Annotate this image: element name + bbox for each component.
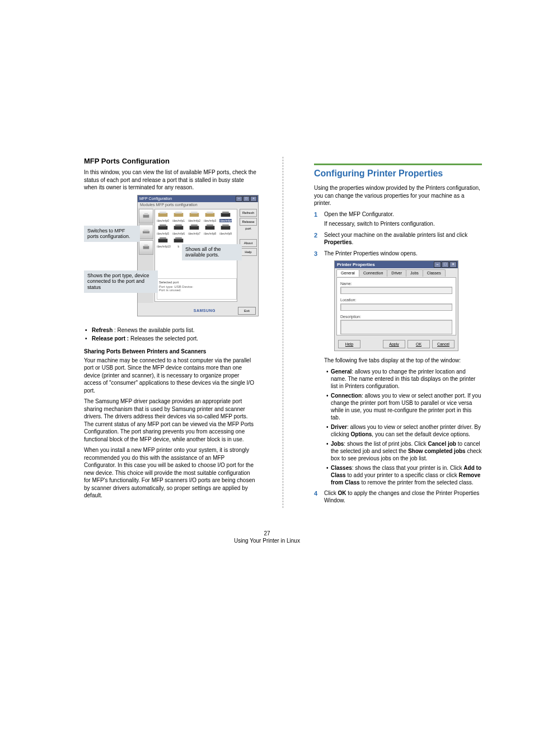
svg-rect-4: [143, 246, 149, 249]
bullet-refresh: Refresh : Renews the available ports lis…: [92, 326, 257, 334]
pp-titlebar: Printer Properties – □ ×: [335, 261, 458, 268]
help-button[interactable]: Help: [240, 248, 257, 256]
svg-rect-19: [175, 224, 182, 226]
port-item[interactable]: /dev/mfp8: [204, 224, 216, 235]
configuring-heading: Configuring Printer Properties: [314, 164, 482, 179]
tabs-intro: The following five tabs display at the t…: [324, 357, 482, 365]
tab-general[interactable]: General: [336, 269, 359, 277]
svg-rect-13: [207, 211, 213, 213]
mfp-config-title: MFP Configuration: [139, 197, 172, 200]
svg-rect-9: [175, 211, 182, 213]
bullet-jobs: Jobs: shows the list of print jobs. Clic…: [326, 440, 482, 462]
callout-switches: Switches to MPF ports configuration.: [84, 226, 140, 242]
svg-rect-27: [160, 237, 166, 239]
svg-rect-15: [222, 211, 229, 213]
pp-title: Printer Properties: [337, 262, 375, 267]
step-3: 3 The Printer Properties window opens. P…: [314, 250, 482, 486]
svg-rect-5: [144, 244, 148, 246]
port-item[interactable]: /dev/mfp0: [157, 211, 169, 222]
selected-port-panel: Selected port Port type: USB Device: Por…: [157, 278, 237, 300]
port-item[interactable]: /dev/mfp1: [172, 211, 185, 222]
bullet-connection: Connection: allows you to view or select…: [326, 392, 482, 421]
step-1: 1 Open the MFP Configurator. If necessar…: [314, 211, 482, 228]
samsung-logo: SAMSUNG: [194, 309, 216, 312]
sharing-p2: The Samsung MFP driver package provides …: [84, 398, 257, 443]
svg-rect-8: [174, 213, 184, 217]
port-item[interactable]: /dev/mfp7: [188, 224, 200, 235]
svg-rect-11: [191, 211, 198, 213]
scanners-module-icon[interactable]: [139, 225, 153, 239]
svg-rect-0: [143, 214, 149, 217]
configuring-intro: Using the properties window provided by …: [314, 184, 482, 207]
minimize-icon[interactable]: –: [434, 262, 441, 268]
about-button[interactable]: About: [240, 239, 257, 247]
release-port-button[interactable]: Release port: [240, 218, 257, 226]
bullet-classes: Classes: shows the class that your print…: [326, 464, 482, 486]
close-icon[interactable]: ×: [250, 196, 257, 202]
sharing-p3: When you install a new MFP printer onto …: [84, 446, 257, 500]
description-field-group: Description:: [340, 314, 452, 334]
refresh-button[interactable]: Refresh: [240, 209, 257, 217]
name-label: Name:: [340, 281, 452, 286]
port-item[interactable]: /dev/mfp6: [172, 224, 185, 235]
svg-rect-23: [207, 224, 213, 226]
mfp-ports-heading: MFP Ports Configuration: [84, 157, 257, 165]
bullet-general: General: allows you to change the printe…: [326, 368, 482, 390]
tab-driver[interactable]: Driver: [387, 269, 406, 277]
description-label: Description:: [340, 314, 452, 319]
mfp-config-menubar: Modules MFP ports configuration: [138, 202, 258, 208]
bullet-driver: Driver: allows you to view or select ano…: [326, 423, 482, 438]
ports-module-icon[interactable]: [139, 240, 153, 255]
port-item[interactable]: /dev/mfp5: [157, 224, 169, 235]
tab-connection[interactable]: Connection: [359, 269, 387, 277]
mfp-ports-figure: MFP Configuration – □ × Modules MFP port…: [84, 195, 257, 321]
name-input[interactable]: [340, 287, 452, 294]
svg-rect-26: [158, 239, 168, 242]
svg-rect-21: [191, 224, 198, 226]
maximize-icon[interactable]: □: [442, 262, 449, 268]
printers-module-icon[interactable]: [139, 209, 153, 223]
tab-classes[interactable]: Classes: [423, 269, 446, 277]
description-input[interactable]: [340, 320, 452, 334]
port-item-selected[interactable]: /dev/mfp4: [219, 211, 232, 222]
callout-port-type: Shows the port type, device connected to…: [84, 270, 158, 293]
tabs-bullets: General: allows you to change the printe…: [324, 368, 482, 486]
svg-rect-18: [174, 226, 184, 230]
ok-button[interactable]: OK: [407, 340, 430, 348]
svg-rect-12: [205, 213, 215, 217]
step-2: 2 Select your machine on the available p…: [314, 231, 482, 246]
port-item[interactable]: /dev/mfp2: [188, 211, 200, 222]
minimize-icon[interactable]: –: [236, 196, 242, 202]
tab-jobs[interactable]: Jobs: [406, 269, 423, 277]
printer-properties-figure: Printer Properties – □ × General Connect…: [334, 260, 458, 351]
port-item[interactable]: /dev/mfp10: [157, 237, 169, 248]
help-button[interactable]: Help: [338, 340, 360, 348]
mfp-bullets: Refresh : Renews the available ports lis…: [84, 326, 257, 343]
svg-rect-7: [160, 211, 166, 213]
page-footer: 27 Using Your Printer in Linux: [84, 530, 450, 544]
svg-rect-17: [160, 224, 166, 226]
location-label: Location:: [340, 297, 452, 302]
footer-line: Using Your Printer in Linux: [84, 538, 450, 544]
svg-rect-29: [175, 237, 182, 239]
selected-port-line2: Port is unused.: [159, 288, 235, 292]
svg-rect-28: [174, 239, 184, 242]
close-icon[interactable]: ×: [449, 262, 457, 268]
sharing-heading: Sharing Ports Between Printers and Scann…: [84, 348, 257, 354]
svg-rect-16: [158, 226, 168, 230]
step-4: 4 Click OK to apply the changes and clos…: [314, 489, 482, 505]
port-item[interactable]: /dev/mfp3: [204, 211, 216, 222]
svg-rect-24: [221, 226, 231, 230]
cancel-button[interactable]: Cancel: [432, 340, 455, 348]
step-1-note: If necessary, switch to Printers configu…: [324, 220, 482, 228]
port-item[interactable]: /dev/mfp9: [219, 224, 232, 235]
maximize-icon[interactable]: □: [243, 196, 250, 202]
apply-button[interactable]: Apply: [383, 340, 405, 348]
pp-tabs: General Connection Driver Jobs Classes: [335, 268, 458, 277]
pp-general-panel: Name: Location: Description:: [336, 277, 456, 335]
location-input[interactable]: [340, 304, 452, 311]
page-number: 27: [84, 530, 450, 536]
svg-rect-6: [158, 213, 168, 217]
location-field-group: Location:: [340, 297, 452, 310]
exit-button[interactable]: Exit: [238, 307, 256, 315]
